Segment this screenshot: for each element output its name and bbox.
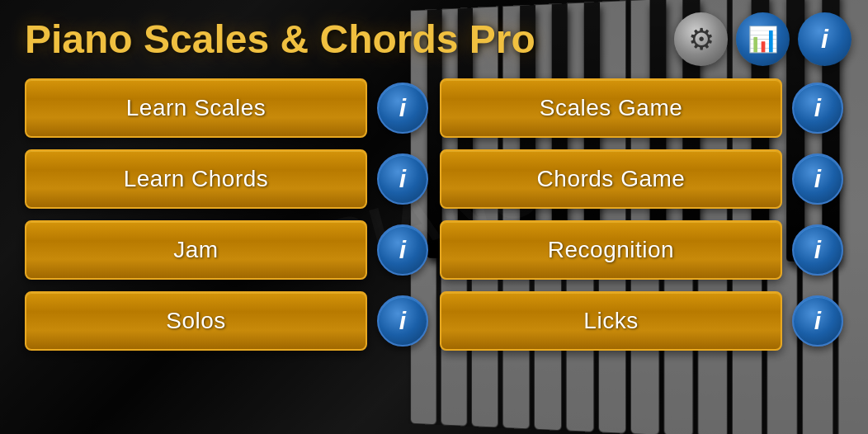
- info-icon-top: i: [821, 24, 828, 54]
- learn-chords-info-button[interactable]: i: [377, 153, 428, 205]
- recognition-button[interactable]: Recognition: [440, 220, 782, 280]
- chart-icon: 📊: [748, 25, 778, 54]
- licks-info-button[interactable]: i: [792, 295, 843, 347]
- learn-scales-info-button[interactable]: i: [377, 83, 428, 134]
- row-2-left: Learn Chords i: [25, 149, 428, 209]
- learn-chords-button[interactable]: Learn Chords: [25, 149, 367, 209]
- jam-info-button[interactable]: i: [377, 224, 428, 276]
- solos-button[interactable]: Solos: [25, 291, 367, 351]
- gear-icon: ⚙: [688, 25, 715, 54]
- jam-button[interactable]: Jam: [25, 220, 367, 280]
- solos-info-button[interactable]: i: [377, 295, 428, 347]
- row-2-right: Chords Game i: [440, 149, 843, 209]
- stats-button[interactable]: 📊: [736, 12, 790, 66]
- learn-scales-button[interactable]: Learn Scales: [25, 78, 367, 138]
- row-1-left: Learn Scales i: [25, 78, 428, 138]
- licks-button[interactable]: Licks: [440, 291, 782, 351]
- row-4-right: Licks i: [440, 291, 843, 351]
- row-4-left: Solos i: [25, 291, 428, 351]
- info-button-top[interactable]: i: [798, 12, 851, 66]
- chords-game-button[interactable]: Chords Game: [440, 149, 782, 209]
- menu-grid: Learn Scales i Scales Game i Learn Chord…: [25, 78, 843, 351]
- row-3-left: Jam i: [25, 220, 428, 280]
- top-icons: ⚙ 📊 i: [674, 12, 851, 66]
- recognition-info-button[interactable]: i: [792, 224, 843, 276]
- row-3-right: Recognition i: [440, 220, 843, 280]
- row-1-right: Scales Game i: [440, 78, 843, 138]
- settings-button[interactable]: ⚙: [674, 12, 728, 66]
- chords-game-info-button[interactable]: i: [792, 153, 843, 205]
- scales-game-info-button[interactable]: i: [792, 83, 843, 134]
- scales-game-button[interactable]: Scales Game: [440, 78, 782, 138]
